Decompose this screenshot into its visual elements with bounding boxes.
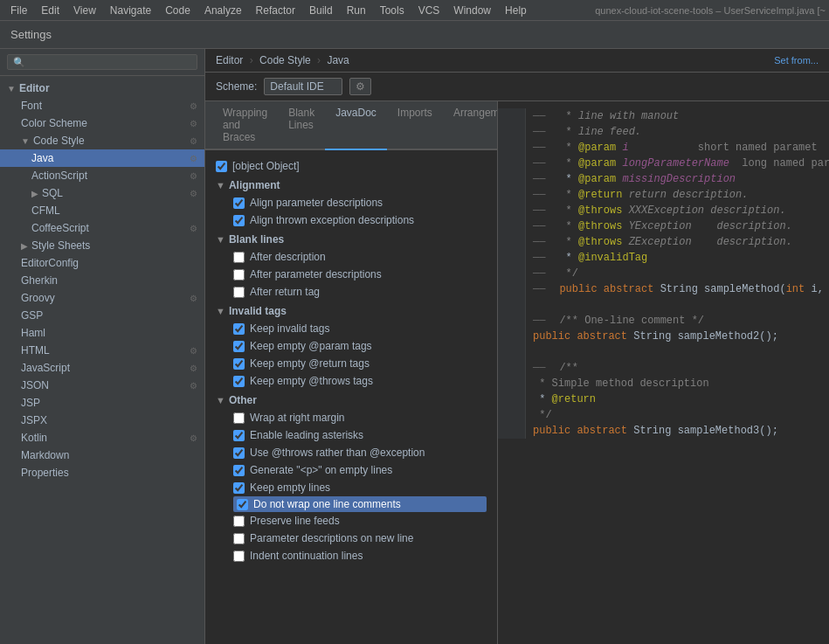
set-from-link[interactable]: Set from...: [774, 55, 819, 66]
sidebar-item-jspx[interactable]: JSPX: [0, 412, 204, 429]
scheme-select[interactable]: Default IDE: [264, 78, 342, 95]
sidebar-item-style-sheets[interactable]: ▶ Style Sheets: [0, 237, 204, 254]
indent-continuation-checkbox[interactable]: [233, 551, 245, 562]
sidebar-item-groovy-label: Groovy: [21, 292, 55, 304]
param-desc-new-line-checkbox[interactable]: [233, 533, 245, 544]
align-param-checkbox[interactable]: [233, 197, 245, 209]
sidebar-item-javascript[interactable]: JavaScript ⚙: [0, 359, 204, 377]
enable-javadoc-row: [object Object]: [216, 157, 487, 175]
sidebar-item-json[interactable]: JSON ⚙: [0, 377, 204, 394]
do-not-wrap-row[interactable]: Do not wrap one line comments: [233, 496, 487, 512]
code-preview-line: [498, 297, 829, 313]
after-return-label: After return tag: [250, 286, 320, 298]
keep-empty-return-checkbox[interactable]: [233, 358, 245, 370]
expand-arrow-editor: ▼: [7, 84, 16, 93]
menu-run[interactable]: Run: [340, 3, 373, 18]
line-gutter: [498, 281, 526, 297]
scheme-gear-button[interactable]: ⚙: [349, 78, 371, 95]
code-preview-line: —— /**: [498, 360, 829, 376]
tab-imports[interactable]: Imports: [387, 101, 443, 150]
tabs-bar: Wrapping and Braces Blank Lines JavaDoc …: [205, 101, 497, 150]
sidebar-item-font[interactable]: Font ⚙: [0, 97, 204, 114]
invalid-tags-arrow: ▼: [216, 306, 225, 316]
sidebar-item-json-label: JSON: [21, 379, 49, 391]
sidebar-item-code-style[interactable]: ▼ Code Style ⚙: [0, 132, 204, 149]
menu-help[interactable]: Help: [498, 3, 534, 18]
sidebar-item-actionscript[interactable]: ActionScript ⚙: [0, 167, 204, 184]
menu-file[interactable]: File: [3, 3, 34, 18]
sidebar-search-input[interactable]: [7, 54, 197, 70]
sidebar-item-cfml-label: CFML: [31, 204, 60, 217]
sidebar-item-color-scheme[interactable]: Color Scheme ⚙: [0, 114, 204, 132]
expand-arrow-code-style: ▼: [21, 136, 30, 146]
menu-view[interactable]: View: [66, 3, 103, 18]
do-not-wrap-checkbox[interactable]: [237, 499, 248, 510]
enable-leading-checkbox[interactable]: [233, 430, 245, 441]
menu-edit[interactable]: Edit: [34, 3, 66, 18]
coffeescript-config-icon: ⚙: [190, 224, 197, 233]
align-thrown-row: Align thrown exception descriptions: [233, 211, 487, 229]
after-desc-row: After description: [233, 248, 487, 266]
sidebar-item-groovy[interactable]: Groovy ⚙: [0, 289, 204, 307]
tab-arrangement[interactable]: Arrangement: [443, 101, 497, 150]
preserve-line-feeds-checkbox[interactable]: [233, 516, 245, 527]
sidebar-item-gsp[interactable]: GSP: [0, 307, 204, 324]
line-gutter: [498, 234, 526, 250]
code-preview-line: —— * @param longParameterName long named…: [498, 156, 829, 171]
after-desc-checkbox[interactable]: [233, 252, 245, 263]
sidebar-item-properties[interactable]: Properties: [0, 464, 204, 481]
sidebar-item-java-label: Java: [31, 152, 53, 164]
sidebar-item-gherkin[interactable]: Gherkin: [0, 272, 204, 289]
tab-javadoc[interactable]: JavaDoc: [325, 101, 387, 150]
sidebar-item-editorconfig[interactable]: EditorConfig: [0, 254, 204, 272]
keep-empty-param-checkbox[interactable]: [233, 341, 245, 352]
after-param-desc-checkbox[interactable]: [233, 269, 245, 280]
keep-empty-throws-checkbox[interactable]: [233, 376, 245, 387]
sidebar-item-html[interactable]: HTML ⚙: [0, 342, 204, 359]
blank-lines-section-label: Blank lines: [229, 233, 284, 246]
align-thrown-checkbox[interactable]: [233, 215, 245, 226]
menu-vcs[interactable]: VCS: [411, 3, 447, 18]
generate-p-checkbox[interactable]: [233, 465, 245, 476]
keep-invalid-label: Keep invalid tags: [250, 322, 329, 335]
menu-tools[interactable]: Tools: [373, 3, 411, 18]
other-section-header[interactable]: ▼ Other: [216, 390, 487, 409]
after-return-checkbox[interactable]: [233, 287, 245, 298]
menu-build[interactable]: Build: [302, 3, 340, 18]
code-preview-line: */: [498, 407, 829, 423]
preserve-line-feeds-row: Preserve line feeds: [233, 512, 487, 530]
tabs-and-panel: Wrapping and Braces Blank Lines JavaDoc …: [205, 101, 829, 644]
keep-empty-return-label: Keep empty @return tags: [250, 357, 370, 370]
alignment-section-header[interactable]: ▼ Alignment: [216, 175, 487, 194]
menu-analyze[interactable]: Analyze: [197, 3, 249, 18]
enable-javadoc-label: [object Object]: [232, 160, 300, 172]
sidebar-item-sql[interactable]: ▶ SQL ⚙: [0, 184, 204, 202]
sidebar-item-java[interactable]: Java ⚙: [0, 149, 204, 167]
tab-wrapping[interactable]: Wrapping and Braces: [212, 101, 278, 150]
sidebar-item-coffeescript[interactable]: CoffeeScript ⚙: [0, 219, 204, 237]
settings-section: Wrapping and Braces Blank Lines JavaDoc …: [205, 101, 497, 644]
sidebar-item-editor[interactable]: ▼ Editor: [0, 80, 204, 97]
sidebar-item-gherkin-label: Gherkin: [21, 274, 58, 287]
keep-invalid-checkbox[interactable]: [233, 323, 245, 335]
sidebar-item-cfml[interactable]: CFML: [0, 202, 204, 219]
use-throws-checkbox[interactable]: [233, 447, 245, 459]
code-preview-line: * Simple method description: [498, 376, 829, 391]
sidebar-item-haml[interactable]: Haml: [0, 324, 204, 342]
sidebar-item-markdown[interactable]: Markdown: [0, 447, 204, 464]
enable-javadoc-checkbox[interactable]: [216, 161, 227, 172]
menu-navigate[interactable]: Navigate: [103, 3, 158, 18]
menu-refactor[interactable]: Refactor: [249, 3, 302, 18]
sidebar-item-kotlin[interactable]: Kotlin ⚙: [0, 429, 204, 447]
keep-empty-lines-checkbox[interactable]: [233, 482, 245, 494]
menu-window[interactable]: Window: [446, 3, 498, 18]
menu-code[interactable]: Code: [158, 3, 197, 18]
sidebar-item-jsp[interactable]: JSP: [0, 394, 204, 412]
breadcrumb-editor: Editor: [216, 54, 243, 66]
blank-lines-section-header[interactable]: ▼ Blank lines: [216, 229, 487, 248]
align-param-row: Align parameter descriptions: [233, 194, 487, 211]
invalid-tags-section-header[interactable]: ▼ Invalid tags: [216, 301, 487, 320]
tab-blank-lines[interactable]: Blank Lines: [278, 101, 325, 150]
wrap-right-margin-checkbox[interactable]: [233, 412, 245, 424]
code-preview-line: public abstract String sampleMethod2();: [498, 329, 829, 344]
